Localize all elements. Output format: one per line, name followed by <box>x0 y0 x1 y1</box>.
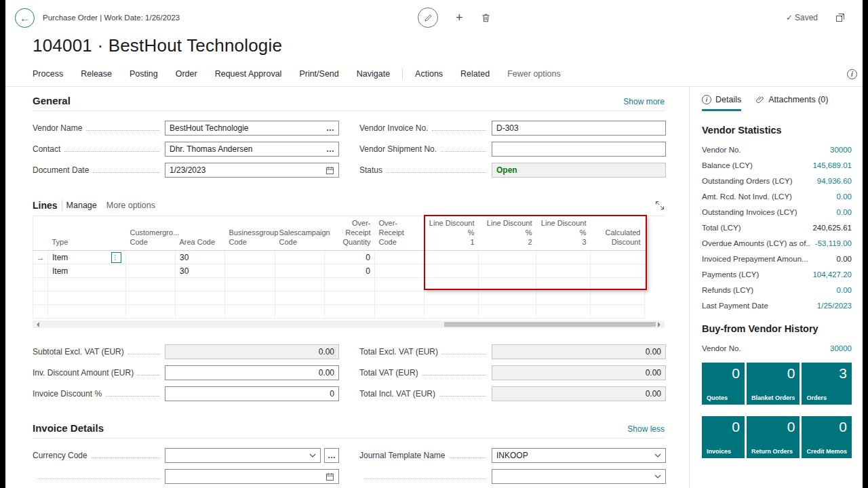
assist-edit-button[interactable]: … <box>322 144 334 154</box>
col-line-discount-3[interactable]: Line Discount % 3 <box>536 216 591 251</box>
stat-value-link[interactable]: -53,119.00 <box>815 239 852 247</box>
field-total-vat: Total VAT (EUR) 0.00 <box>359 365 666 380</box>
inv-discount-amount-input[interactable]: 0.00 <box>165 365 339 380</box>
cell-over-receipt-qty[interactable]: 0 <box>325 251 375 264</box>
history-vendor-no-link[interactable]: 30000 <box>830 344 852 352</box>
stat-value-link[interactable]: 145,689.01 <box>812 161 852 169</box>
cell-area-code[interactable]: 30 <box>176 264 225 278</box>
cell-businessgroup[interactable] <box>225 264 275 278</box>
cell-line-discount-3[interactable] <box>536 264 591 278</box>
lines-menu-manage[interactable]: Manage <box>66 201 97 210</box>
calendar-icon[interactable] <box>326 166 334 175</box>
dotted-leader <box>432 125 486 131</box>
show-less-link[interactable]: Show less <box>627 424 665 434</box>
edit-button[interactable] <box>418 7 438 28</box>
col-customergroup-code[interactable]: Customergro... Code <box>126 216 176 251</box>
scroll-left-arrow[interactable] <box>34 322 39 327</box>
stat-value-link[interactable]: 0.00 <box>837 192 852 201</box>
scrollbar-thumb[interactable] <box>444 322 656 327</box>
col-businessgroup-code[interactable]: Businessgroup Code <box>225 216 275 251</box>
cell-over-receipt-qty[interactable]: 0 <box>325 264 375 278</box>
document-date-input[interactable]: 1/23/2023 <box>165 163 339 178</box>
cell-line-discount-2[interactable] <box>479 264 536 278</box>
vendor-invoice-no-input[interactable]: D-303 <box>492 121 666 136</box>
col-type[interactable]: Type <box>48 216 126 251</box>
stat-value-link[interactable]: 1/25/2023 <box>817 302 852 310</box>
stat-value-link[interactable]: 30000 <box>830 146 852 154</box>
menu-print-send[interactable]: Print/Send <box>299 69 338 79</box>
row-selector[interactable]: → <box>33 251 48 264</box>
top-bar: ← Purchase Order | Work Date: 1/26/2023 … <box>5 0 863 35</box>
cell-area-code[interactable]: 30 <box>176 251 225 264</box>
delete-button[interactable] <box>481 13 491 23</box>
cell-calculated-discount[interactable] <box>591 251 645 264</box>
partial-select-input[interactable] <box>492 469 666 484</box>
cell-line-discount-1[interactable] <box>425 264 479 278</box>
cue-tile-return-orders[interactable]: 0Return Orders <box>747 416 800 458</box>
col-line-discount-1[interactable]: Line Discount % 1 <box>425 216 479 251</box>
popout-icon[interactable] <box>835 13 845 22</box>
cue-tile-orders[interactable]: 3Orders <box>802 363 852 405</box>
row-selector[interactable] <box>33 264 48 278</box>
stat-value-link[interactable]: 94,936.60 <box>817 177 852 185</box>
vendor-shipment-no-input[interactable] <box>492 142 666 157</box>
menu-posting[interactable]: Posting <box>130 69 158 79</box>
back-button[interactable]: ← <box>15 8 35 28</box>
col-area-code[interactable]: Area Code <box>176 216 225 251</box>
menu-order[interactable]: Order <box>176 69 197 79</box>
journal-template-select[interactable]: INKOOP <box>492 448 666 463</box>
cue-tile-blanket-orders[interactable]: 0Blanket Orders <box>747 363 800 405</box>
invoice-discount-pct-input[interactable]: 0 <box>165 386 339 401</box>
col-over-receipt-quantity[interactable]: Over-Receipt Quantity <box>325 216 375 251</box>
tab-details[interactable]: i Details <box>702 95 741 111</box>
menu-actions[interactable]: Actions <box>415 69 443 79</box>
lines-menu-more-options[interactable]: More options <box>106 201 155 210</box>
menu-release[interactable]: Release <box>81 69 112 79</box>
col-salescampaign-code[interactable]: Salescampaign Code <box>275 216 325 251</box>
assist-edit-button[interactable]: … <box>322 123 334 133</box>
menu-navigate[interactable]: Navigate <box>357 69 390 79</box>
contact-input[interactable]: Dhr. Thomas Andersen … <box>165 142 339 157</box>
info-icon[interactable]: i <box>847 69 857 79</box>
cell-salescampaign[interactable] <box>275 264 325 278</box>
menu-process[interactable]: Process <box>33 69 63 79</box>
menu-fewer-options[interactable]: Fewer options <box>507 69 561 79</box>
menu-request-approval[interactable]: Request Approval <box>215 69 282 79</box>
cell-line-discount-2[interactable] <box>479 251 536 264</box>
scroll-right-arrow[interactable] <box>658 322 663 327</box>
journal-template-label: Journal Template Name <box>359 451 446 460</box>
cell-line-discount-3[interactable] <box>536 251 591 264</box>
calendar-icon[interactable] <box>326 472 334 481</box>
col-over-receipt-code[interactable]: Over-Receipt Code <box>375 216 425 251</box>
stat-value-link[interactable]: 104,427.20 <box>812 270 852 279</box>
cell-businessgroup[interactable] <box>225 251 275 264</box>
expand-lines-icon[interactable] <box>655 201 665 210</box>
cue-tile-credit-memos[interactable]: 0Credit Memos <box>802 416 852 458</box>
currency-assist-button[interactable]: … <box>324 448 339 463</box>
cell-over-receipt-code[interactable] <box>375 251 425 264</box>
cell-over-receipt-code[interactable] <box>375 264 425 278</box>
cue-tile-invoices[interactable]: 0Invoices <box>702 416 745 458</box>
row-menu-button[interactable]: … <box>111 252 121 263</box>
cell-calculated-discount[interactable] <box>591 264 645 278</box>
cell-type[interactable]: Item … <box>48 251 126 264</box>
partial-date-input[interactable] <box>165 469 339 484</box>
new-button[interactable]: + <box>456 11 463 25</box>
currency-code-select[interactable] <box>165 448 321 463</box>
menu-related[interactable]: Related <box>460 69 490 79</box>
col-calculated-discount[interactable]: Calculated Discount <box>591 216 645 251</box>
tab-attachments[interactable]: Attachments (0) <box>756 95 828 111</box>
show-more-link[interactable]: Show more <box>623 97 665 106</box>
select-column-header[interactable] <box>33 216 48 251</box>
cell-salescampaign[interactable] <box>275 251 325 264</box>
stat-value-link[interactable]: 0.00 <box>837 208 852 216</box>
col-line-discount-2[interactable]: Line Discount % 2 <box>479 216 536 251</box>
lines-horizontal-scrollbar[interactable] <box>33 321 665 328</box>
cell-customergroup[interactable] <box>126 264 176 278</box>
cell-customergroup[interactable] <box>126 251 176 264</box>
cell-line-discount-1[interactable] <box>425 251 479 264</box>
stat-value-link[interactable]: 0.00 <box>837 286 852 294</box>
cell-type[interactable]: Item <box>48 264 126 278</box>
vendor-name-input[interactable]: BestHout Technologie … <box>165 121 339 136</box>
cue-tile-quotes[interactable]: 0Quotes <box>702 363 745 405</box>
